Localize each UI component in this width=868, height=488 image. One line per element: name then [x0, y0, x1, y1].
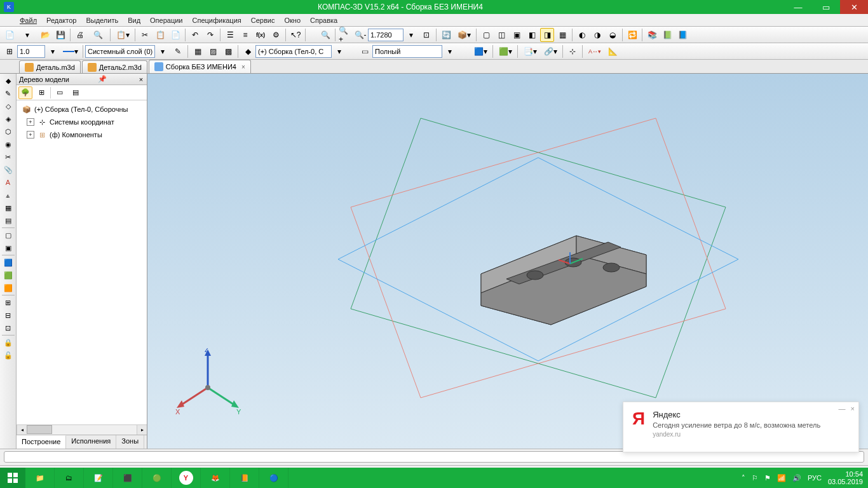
zoom-dropdown[interactable]: ▾ — [404, 28, 418, 42]
undo-button[interactable]: ↶ — [188, 28, 202, 42]
section-button[interactable]: ◑ — [590, 28, 604, 42]
redo-button[interactable]: ↷ — [203, 28, 217, 42]
notif-min-button[interactable]: — — [839, 405, 846, 412]
rail-btn[interactable]: ⟁ — [2, 189, 15, 201]
expand-icon[interactable]: + — [27, 131, 34, 139]
shadow-button[interactable]: ◐ — [575, 28, 589, 42]
rail-btn[interactable]: ◇ — [2, 100, 15, 112]
menu-select[interactable]: Выделить — [81, 15, 123, 25]
zoom-window-button[interactable]: 🔍 — [318, 28, 332, 42]
tray-expand-button[interactable]: ˄ — [742, 474, 745, 482]
tree-opt1-button[interactable]: ▭ — [53, 86, 67, 99]
task-app1[interactable]: 📙 — [230, 468, 259, 488]
hidden-button[interactable]: ◫ — [494, 28, 508, 42]
rail-btn[interactable]: 📎 — [2, 164, 15, 175]
menu-specification[interactable]: Спецификация — [188, 15, 246, 25]
shaded-button[interactable]: ◧ — [525, 28, 539, 42]
filter1-button[interactable]: ▦ — [191, 44, 205, 58]
display-mode-input[interactable] — [372, 45, 442, 58]
rail-btn[interactable]: ✎ — [2, 88, 15, 99]
menu-file[interactable]: Файл — [15, 15, 41, 25]
fx-button[interactable]: f(x) — [254, 28, 268, 42]
component-input[interactable] — [255, 45, 332, 58]
nohidden-button[interactable]: ▣ — [510, 28, 524, 42]
task-explorer[interactable]: 📁 — [25, 468, 55, 488]
tree-close-button[interactable]: × — [137, 76, 146, 83]
list-button[interactable]: ≡ — [238, 28, 252, 42]
rail-btn[interactable]: 🔒 — [2, 337, 15, 348]
layer-dropdown[interactable]: ▾ — [156, 44, 170, 58]
tray-clock[interactable]: 10:54 03.05.2019 — [828, 470, 863, 485]
yandex-notification[interactable]: — × Я Яндекс Сегодня усиление ветра до 8… — [623, 402, 859, 452]
tray-icon[interactable]: ⚐ — [752, 474, 758, 482]
task-notes[interactable]: 📝 — [84, 468, 113, 488]
task-firefox[interactable]: 🦊 — [201, 468, 230, 488]
scroll-thumb[interactable] — [27, 425, 52, 434]
rail-btn[interactable]: ✂ — [2, 151, 15, 163]
rail-btn[interactable]: ▤ — [2, 215, 15, 226]
paste-button[interactable]: 📄 — [168, 28, 182, 42]
tab-detail2[interactable]: Деталь2.m3d — [82, 60, 147, 73]
command-input[interactable] — [4, 451, 864, 463]
zoom-in-button[interactable]: 🔍+ — [338, 28, 352, 42]
rail-btn[interactable]: ▣ — [2, 242, 15, 254]
rail-btn[interactable]: ◆ — [2, 75, 15, 86]
scale-input[interactable] — [17, 45, 45, 58]
lib1-button[interactable]: 📚 — [645, 28, 659, 42]
filter3-button[interactable]: ▩ — [221, 44, 235, 58]
rail-btn[interactable]: 🟩 — [2, 269, 15, 281]
measure-button[interactable]: 📐 — [606, 44, 620, 58]
layer-edit-button[interactable]: ✎ — [171, 44, 185, 58]
rebuild-button[interactable]: 🔁 — [625, 28, 639, 42]
print-button[interactable]: 🖨 — [73, 28, 87, 42]
start-button[interactable] — [0, 468, 25, 488]
help-cursor-button[interactable]: ↖? — [288, 28, 302, 42]
tray-lang[interactable]: РУС — [808, 474, 822, 482]
vars-button[interactable]: ⚙ — [269, 28, 283, 42]
orient-dropdown[interactable]: 📦▾ — [454, 28, 473, 42]
axes-button[interactable]: ⊹ — [566, 44, 580, 58]
pin-button[interactable]: 📌 — [98, 75, 107, 83]
snap-button[interactable]: ⊞ — [3, 44, 17, 58]
sync-set[interactable]: 🔗▾ — [541, 44, 560, 58]
tray-network-icon[interactable]: 📶 — [777, 474, 786, 482]
3d-viewport[interactable]: Z X Y — [147, 74, 868, 449]
task-folder[interactable]: 🗂 — [55, 468, 84, 488]
component-button[interactable]: ◆ — [241, 44, 255, 58]
scroll-left-button[interactable]: ◂ — [17, 425, 27, 435]
expand-icon[interactable]: + — [27, 118, 34, 126]
dim-set[interactable]: A↔▾ — [585, 44, 604, 58]
task-cmd[interactable]: ⬛ — [113, 468, 142, 488]
rail-btn[interactable]: ▢ — [2, 229, 15, 241]
rail-btn[interactable]: ◉ — [2, 139, 15, 150]
rail-btn[interactable]: ⬡ — [2, 126, 15, 137]
close-button[interactable]: ✕ — [840, 0, 868, 14]
minimize-button[interactable]: — — [784, 0, 812, 14]
shaded-edges-button[interactable]: ◨ — [540, 28, 554, 42]
simplify-button[interactable]: ◒ — [606, 28, 620, 42]
rail-btn[interactable]: ⊟ — [2, 309, 15, 321]
scroll-track[interactable] — [27, 425, 137, 435]
layer-input[interactable] — [85, 45, 155, 58]
tree-tab-exec[interactable]: Исполнения — [66, 435, 116, 449]
copy-button[interactable]: 📋 — [153, 28, 167, 42]
properties-button[interactable]: ☰ — [223, 28, 237, 42]
tree-node-components[interactable]: + ⊞ (ф) Компоненты — [18, 128, 146, 141]
rail-btn[interactable]: ▦ — [2, 202, 15, 214]
scroll-right-button[interactable]: ▸ — [137, 425, 147, 435]
rail-btn[interactable]: 🟧 — [2, 282, 15, 294]
tree-body[interactable]: 📦 (+) Сборка (Тел-0, Сборочны + ⊹ Систем… — [17, 100, 147, 424]
task-av[interactable]: 🟢 — [142, 468, 172, 488]
notif-close-button[interactable]: × — [851, 405, 855, 412]
new-button[interactable]: 📄 — [3, 28, 17, 42]
rail-btn[interactable]: A — [2, 177, 15, 188]
scale-dropdown[interactable]: ▾ — [46, 44, 60, 58]
cut-button[interactable]: ✂ — [138, 28, 152, 42]
zoom-out-button[interactable]: 🔍- — [353, 28, 367, 42]
task-yandex[interactable]: Y — [172, 468, 201, 488]
save-button[interactable]: 💾 — [53, 28, 67, 42]
maximize-button[interactable]: ▭ — [812, 0, 840, 14]
print-preview-button[interactable]: 🔍 — [88, 28, 107, 42]
copy-set[interactable]: 📑▾ — [520, 44, 539, 58]
tree-tab-zones[interactable]: Зоны — [116, 435, 144, 449]
